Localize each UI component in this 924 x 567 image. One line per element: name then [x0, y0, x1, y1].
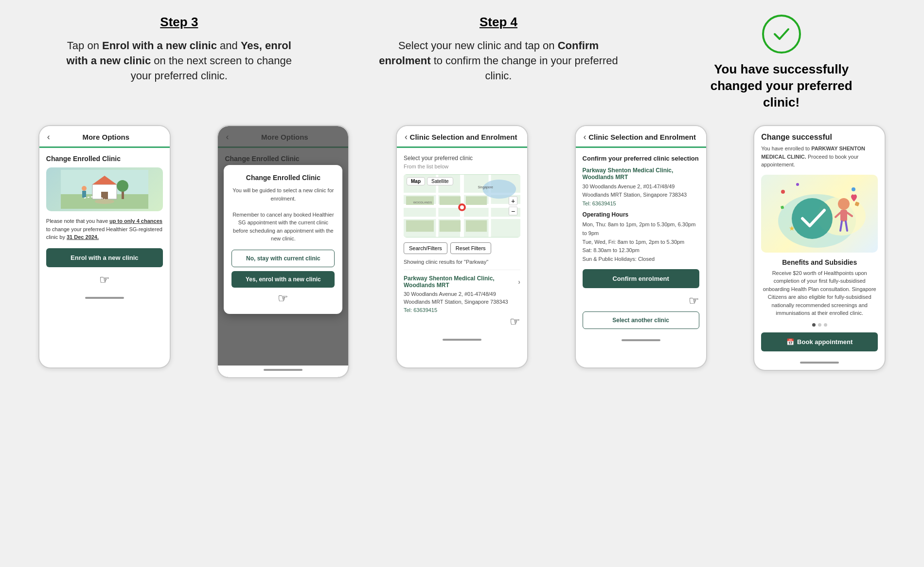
- svg-text:Singapore: Singapore: [478, 185, 493, 189]
- phone4-header: ‹ Clinic Selection and Enrolment: [576, 126, 706, 146]
- map-tab-map[interactable]: Map: [407, 177, 425, 185]
- phones-row: ‹ More Options Change Enrolled Clinic: [19, 125, 905, 378]
- success-checkmark-icon: [762, 15, 801, 54]
- phone-4: ‹ Clinic Selection and Enrolment Confirm…: [575, 125, 707, 368]
- phone4-hours-title: Operating Hours: [583, 211, 699, 218]
- phone2-modal: Change Enrolled Clinic You will be guide…: [224, 165, 342, 314]
- phone3-clinic-name: Parkway Shenton Medical Clinic, Woodland…: [404, 275, 520, 289]
- dot-1: [812, 323, 816, 327]
- stay-current-clinic-button[interactable]: No, stay with current clinic: [231, 250, 335, 267]
- phone1-header-title: More Options: [50, 133, 162, 141]
- phone5-bottom-bar: [754, 358, 885, 370]
- svg-rect-25: [466, 197, 487, 205]
- phone3-content: Select your preferred clinic From the li…: [397, 148, 527, 335]
- cursor-hand-icon-3: ☞: [404, 315, 520, 329]
- phone3-select-title: Select your preferred clinic: [404, 155, 520, 162]
- svg-rect-29: [406, 220, 434, 232]
- phone3-header-title: Clinic Selection and Enrolment: [408, 133, 519, 141]
- cursor-hand-icon-4: ☞: [583, 294, 699, 308]
- phone1-content: Change Enrolled Clinic: [39, 148, 170, 293]
- map-zoom-out-icon[interactable]: −: [509, 207, 517, 216]
- phone2-home-indicator: [264, 369, 302, 371]
- book-appointment-button[interactable]: 📅 Book appointment: [761, 332, 878, 351]
- step4-header: Step 4 Select your new clinic and tap on…: [377, 15, 620, 83]
- svg-rect-26: [440, 220, 461, 232]
- phone4-clinic-tel: Tel: 63639415: [583, 201, 699, 206]
- phone5-celebration-image: ★: [761, 175, 878, 253]
- calendar-icon: 📅: [786, 338, 794, 346]
- phone4-clinic-addr: 30 Woodlands Avenue 2, #01-47/48/49Woodl…: [583, 183, 699, 199]
- svg-point-9: [82, 186, 87, 191]
- svg-text:WOODLANDS: WOODLANDS: [413, 201, 432, 204]
- phone3-map-tabs: Map Satellite: [407, 177, 453, 185]
- phone1-warning-text: Please note that you have up to only 4 c…: [46, 217, 163, 241]
- phone4-header-title: Clinic Selection and Enrolment: [586, 133, 698, 141]
- svg-point-8: [117, 180, 128, 192]
- phone1-home-indicator: [85, 297, 124, 299]
- phone4-content: Confirm your preferred clinic selection …: [576, 148, 706, 336]
- step3-description: Tap on Enrol with a new clinic and Yes, …: [57, 38, 301, 83]
- phone3-showing-text: Showing clinic results for "Parkway": [404, 259, 520, 265]
- phone3-chevron-right-icon: ›: [518, 278, 520, 286]
- confirm-enrolment-button[interactable]: Confirm enrolment: [583, 269, 699, 288]
- phone3-select-sub: From the list below: [404, 164, 520, 169]
- phone3-clinic-addr: 30 Woodlands Avenue 2, #01-47/48/49Woodl…: [404, 291, 520, 306]
- phone-1: ‹ More Options Change Enrolled Clinic: [38, 125, 171, 368]
- phone3-bottom-bar: [397, 335, 527, 347]
- step4-title: Step 4: [377, 15, 620, 30]
- phone-2: ‹ More Options Change Enrolled Clinic Ch…: [217, 125, 349, 378]
- phone3-clinic-result[interactable]: Parkway Shenton Medical Clinic, Woodland…: [404, 270, 520, 313]
- phone5-carousel-dots: [761, 323, 878, 327]
- search-filters-button[interactable]: Search/Filters: [404, 242, 447, 254]
- reset-filters-button[interactable]: Reset Filters: [450, 242, 491, 254]
- phone5-benefits-desc: Receive $20 worth of Healthpoints upon c…: [761, 269, 878, 317]
- svg-point-38: [838, 198, 850, 210]
- map-zoom-in-icon[interactable]: +: [509, 197, 517, 205]
- svg-point-44: [781, 190, 785, 194]
- phone3-filter-row: Search/Filters Reset Filters: [404, 242, 520, 254]
- step3-header: Step 3 Tap on Enrol with a new clinic an…: [57, 15, 301, 83]
- phone4-clinic-name: Parkway Shenton Medical Clinic, Woodland…: [583, 167, 699, 181]
- dot-2: [818, 323, 821, 327]
- phone5-change-title: Change successful: [761, 133, 878, 142]
- dot-3: [824, 323, 827, 327]
- svg-point-45: [796, 183, 799, 186]
- cursor-hand-icon-2: ☞: [231, 292, 335, 305]
- book-appointment-label: Book appointment: [797, 338, 853, 346]
- phone2-modal-desc: You will be guided to select a new clini…: [231, 186, 335, 243]
- phone1-header: ‹ More Options: [39, 126, 170, 146]
- select-another-clinic-button[interactable]: Select another clinic: [583, 311, 699, 329]
- map-tab-satellite[interactable]: Satellite: [427, 177, 453, 185]
- phone4-confirm-title: Confirm your preferred clinic selection: [583, 155, 699, 162]
- steps-header: Step 3 Tap on Enrol with a new clinic an…: [19, 15, 905, 110]
- phone4-bottom-bar: [576, 336, 706, 348]
- phone-3: ‹ Clinic Selection and Enrolment Select …: [396, 125, 528, 368]
- enrol-new-clinic-button[interactable]: Enrol with a new clinic: [46, 248, 163, 267]
- svg-point-37: [792, 198, 833, 239]
- svg-point-46: [852, 187, 855, 191]
- success-header: You have successfully changed your prefe…: [696, 15, 867, 110]
- svg-rect-10: [82, 191, 86, 198]
- yes-enrol-new-clinic-button[interactable]: Yes, enrol with a new clinic: [231, 271, 335, 288]
- step4-description: Select your new clinic and tap on Confir…: [377, 38, 620, 83]
- svg-rect-24: [440, 197, 461, 205]
- svg-point-30: [482, 180, 516, 199]
- phone1-bottom-bar: [39, 293, 170, 305]
- phone5-content: Change successful You have enrolled to P…: [754, 126, 885, 358]
- phone3-clinic-tel: Tel: 63639415: [404, 307, 520, 313]
- success-message: You have successfully changed your prefe…: [696, 61, 867, 110]
- svg-point-6: [95, 199, 114, 204]
- cursor-hand-icon-1: ☞: [46, 273, 163, 287]
- phone5-change-desc: You have enrolled to PARKWAY SHENTON MED…: [761, 145, 878, 169]
- step3-title: Step 3: [57, 15, 301, 30]
- phone1-section-title: Change Enrolled Clinic: [46, 155, 163, 163]
- phone5-benefits-title: Benefits and Subsidies: [761, 258, 878, 266]
- phone4-hours-text: Mon, Thu: 8am to 1pm, 2pm to 5.30pm, 6.3…: [583, 220, 699, 263]
- svg-point-32: [460, 205, 464, 209]
- svg-rect-27: [466, 220, 487, 232]
- phone1-clinic-banner: [46, 167, 163, 211]
- phone2-modal-title: Change Enrolled Clinic: [231, 174, 335, 182]
- phone5-home-indicator: [800, 362, 839, 364]
- phone4-home-indicator: [622, 339, 660, 341]
- phone3-map-area: Singapore WOODLANDS Map Satellite + −: [404, 174, 520, 238]
